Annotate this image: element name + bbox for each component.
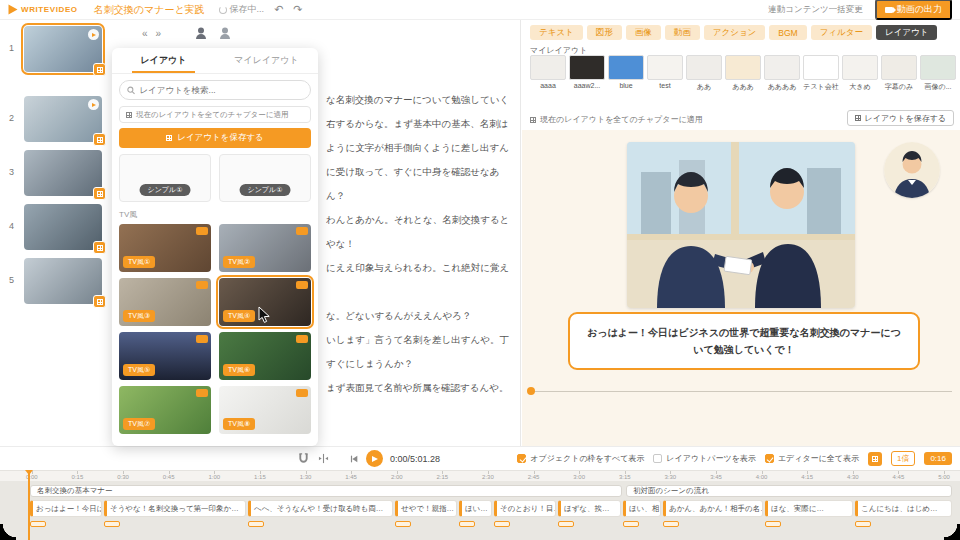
jump-end-icon[interactable]: » <box>156 28 162 39</box>
clip-tag-marker[interactable] <box>558 521 574 527</box>
script-line[interactable]: 右するからな。まず基本中の基本、名刺は <box>326 112 518 136</box>
clip-tag-marker[interactable] <box>663 521 679 527</box>
subtitle-clip[interactable]: ほい… <box>459 500 492 517</box>
checkbox[interactable] <box>517 454 526 463</box>
my-layout-thumbnail[interactable] <box>881 55 917 80</box>
asset-tab[interactable]: レイアウト <box>876 25 938 40</box>
layout-template-thumbnail[interactable]: TV風⑦ <box>119 386 211 434</box>
app-logo[interactable]: WRITEVIDEO <box>8 5 78 14</box>
asset-tab[interactable]: 画像 <box>626 25 661 40</box>
my-layout-item[interactable]: 大きめ <box>842 55 878 92</box>
clip-tag-marker[interactable] <box>494 521 510 527</box>
apply-all-chapters-row[interactable]: 現在のレイアウトを全てのチャプターに適用 <box>530 114 703 125</box>
subtitle-clip[interactable]: ほな、実際に… <box>765 500 853 517</box>
subtitle-clip[interactable]: せやで！親指… <box>395 500 457 517</box>
my-layout-item[interactable]: aaaw2... <box>569 55 605 92</box>
subtitle-clip[interactable]: ほい、相… <box>623 500 661 517</box>
layout-template-thumbnail[interactable]: TV風⑧ <box>219 386 311 434</box>
chapter-time-button[interactable]: 0:16 <box>924 452 952 465</box>
scene-thumb-image[interactable] <box>24 96 102 142</box>
script-line[interactable]: な。どないするんがええんやろ？ <box>326 304 518 328</box>
my-layout-thumbnail[interactable] <box>569 55 605 80</box>
layout-template-thumbnail[interactable]: TV風② <box>219 224 311 272</box>
display-option[interactable]: オブジェクトの枠をすべて表示 <box>517 453 644 464</box>
scene-thumb-image[interactable] <box>24 26 102 72</box>
my-layout-item[interactable]: 画像の... <box>920 55 956 92</box>
chapter-block[interactable]: 名刺交換の基本マナー <box>30 485 622 497</box>
asset-tab[interactable]: テキスト <box>530 25 583 40</box>
subtitle-clip[interactable]: ほずな、挨… <box>558 500 621 517</box>
skip-back-icon[interactable] <box>349 454 359 464</box>
play-icon[interactable] <box>88 99 99 110</box>
asset-tab[interactable]: 動画 <box>665 25 700 40</box>
script-line[interactable]: すぐにしまうんか？ <box>326 352 518 376</box>
script-line[interactable]: ん？ <box>326 184 518 208</box>
subtitle-clip[interactable]: そうやな！名刺交換って第一印象か… <box>104 500 246 517</box>
my-layout-item[interactable]: blue <box>608 55 644 92</box>
video-frame[interactable] <box>627 142 855 308</box>
layout-template-thumbnail[interactable]: TV風③ <box>119 278 211 326</box>
layout-template-thumbnail[interactable]: TV風① <box>119 224 211 272</box>
subtitle-clip[interactable]: あかん、あかん！相手の名… <box>663 500 763 517</box>
my-layout-item[interactable]: aaaa <box>530 55 566 92</box>
script-line[interactable]: にええ印象与えられるわ。これ絶対に覚え <box>326 256 518 280</box>
clip-tag-marker[interactable] <box>623 521 639 527</box>
my-layout-thumbnail[interactable] <box>764 55 800 80</box>
layout-search-input[interactable] <box>139 85 303 95</box>
asset-tab[interactable]: アクション <box>704 25 766 40</box>
play-button[interactable] <box>366 450 383 467</box>
subtitle-clip[interactable]: へへ、そうなんや！受け取る時も両… <box>248 500 393 517</box>
scene-progress-dot[interactable] <box>527 387 535 395</box>
script-line[interactable]: わんとあかん。それとな、名刺交換すると <box>326 208 518 232</box>
my-layout-item[interactable]: 字幕のみ <box>881 55 917 92</box>
narrator-avatar[interactable] <box>884 142 940 198</box>
export-video-button[interactable]: 動画の出力 <box>875 0 952 20</box>
layout-badge[interactable] <box>93 295 106 308</box>
my-layout-item[interactable]: テスト会社 <box>803 55 839 92</box>
layout-search-box[interactable] <box>119 80 311 100</box>
my-layout-thumbnail[interactable] <box>803 55 839 80</box>
layout-toggle-button[interactable] <box>868 452 882 466</box>
script-line[interactable]: に受け取って、すぐに中身を確認せなあ <box>326 160 518 184</box>
scene-thumbnail[interactable]: 1 <box>0 26 112 72</box>
scene-thumbnail[interactable]: 5 <box>0 258 112 304</box>
script-line[interactable]: まず表面見て名前や所属を確認するんや。 <box>326 376 518 400</box>
split-clip-icon[interactable] <box>318 453 329 464</box>
layout-template-thumbnail[interactable]: TV風⑥ <box>219 332 311 380</box>
scene-progress-line[interactable] <box>532 391 952 392</box>
layout-badge[interactable] <box>93 63 106 76</box>
asset-tab[interactable]: 図形 <box>587 25 622 40</box>
subtitle-box[interactable]: おっはよー！今日はビジネスの世界で超重要な名刺交換のマナーについて勉強していくで… <box>568 312 920 370</box>
layout-badge[interactable] <box>93 241 106 254</box>
my-layout-thumbnail[interactable] <box>686 55 722 80</box>
redo-icon[interactable]: ↷ <box>293 4 302 15</box>
my-layout-item[interactable]: ああ <box>686 55 722 92</box>
checkbox[interactable] <box>765 454 774 463</box>
save-layout-button[interactable]: レイアウトを保存する <box>119 128 311 148</box>
script-line[interactable]: な名刺交換のマナーについて勉強していく <box>326 88 518 112</box>
clip-tag-marker[interactable] <box>30 521 46 527</box>
my-layout-thumbnail[interactable] <box>608 55 644 80</box>
scene-thumbnail[interactable]: 3 <box>0 150 112 196</box>
clip-tag-marker[interactable] <box>765 521 781 527</box>
timeline-ruler[interactable]: 0:00 0:15 0:30 0:45 1:00 1:15 1:30 1:45 … <box>0 470 960 481</box>
my-layout-thumbnail[interactable] <box>530 55 566 80</box>
layout-popup-tab[interactable]: レイアウト <box>112 48 215 73</box>
timeline-tracks[interactable]: 名刺交換の基本マナー 初対面のシーンの流れ おっはよー！今日はビ… そうやな！名… <box>0 481 960 540</box>
subtitle-clip[interactable]: そのとおり！目… <box>494 500 556 517</box>
layout-badge[interactable] <box>93 133 106 146</box>
scene-thumb-image[interactable] <box>24 150 102 196</box>
subtitle-clip[interactable]: おっはよー！今日はビ… <box>30 500 102 517</box>
layout-template-thumbnail[interactable]: TV風⑤ <box>119 332 211 380</box>
asset-tab[interactable]: フィルター <box>811 25 872 40</box>
layout-popup-tab[interactable]: マイレイアウト <box>215 48 318 73</box>
bulk-edit-link[interactable]: 連動コンテンツ一括変更 <box>768 4 863 16</box>
clip-tag-marker[interactable] <box>104 521 120 527</box>
scene-thumbnail[interactable]: 4 <box>0 204 112 250</box>
preview-canvas[interactable]: おっはよー！今日はビジネスの世界で超重要な名刺交換のマナーについて勉強していくで… <box>522 130 960 446</box>
zoom-scale-button[interactable]: 1倍 <box>891 451 915 466</box>
clip-tag-marker[interactable] <box>248 521 264 527</box>
my-layout-thumbnail[interactable] <box>920 55 956 80</box>
checkbox[interactable] <box>653 454 662 463</box>
asset-tab[interactable]: BGM <box>769 25 806 40</box>
